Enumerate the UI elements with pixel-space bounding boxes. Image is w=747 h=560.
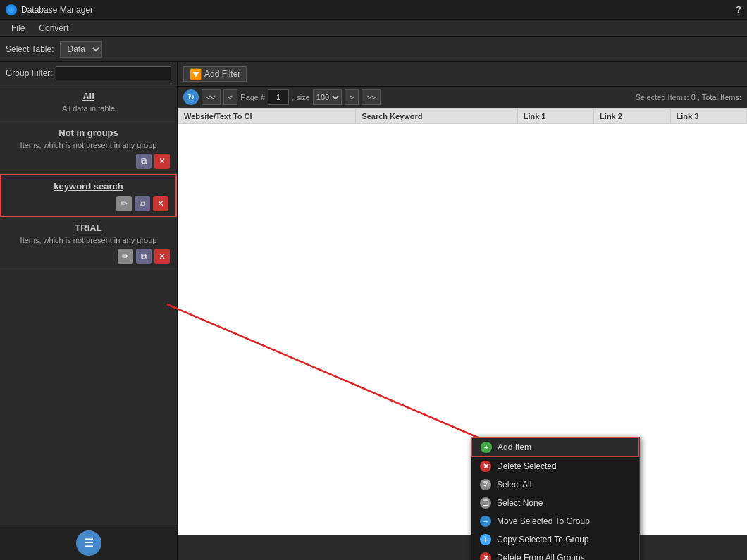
delete-selected-label: Delete Selected <box>497 461 557 471</box>
select-all-label: Select All <box>497 480 531 490</box>
group-title-keyword-search: keyword search <box>8 181 168 192</box>
group-item-trial[interactable]: TRIAL Items, which is not present in any… <box>0 217 177 269</box>
context-menu-copy-selected[interactable]: + Copy Selected To Group <box>471 530 639 549</box>
add-group-button[interactable]: ☰ <box>76 530 101 556</box>
group-copy-btn[interactable]: ⧉ <box>136 154 152 169</box>
context-menu-move-selected[interactable]: → Move Selected To Group <box>471 512 639 530</box>
delete-from-groups-label: Delete From All Groups <box>497 553 585 560</box>
group-edit-btn-keyword[interactable]: ✏ <box>116 196 132 211</box>
col-website[interactable]: Website/Text To Cl <box>178 109 356 124</box>
left-panel: Group Filter: All All data in table Not … <box>0 62 178 560</box>
move-selected-label: Move Selected To Group <box>497 516 590 526</box>
page-label: Page # <box>240 93 265 101</box>
add-item-label: Add Item <box>498 442 531 452</box>
col-search-keyword[interactable]: Search Keyword <box>356 109 517 124</box>
copy-selected-icon: + <box>480 534 491 545</box>
group-actions-not-in-groups: ⧉ ✕ <box>7 154 170 169</box>
group-desc-all: All data in table <box>7 104 170 113</box>
group-title-not-in-groups: Not in groups <box>7 127 170 138</box>
last-page-button[interactable]: >> <box>362 89 381 105</box>
select-none-icon: ☐ <box>480 497 491 509</box>
group-actions-trial: ✏ ⧉ ✕ <box>7 249 170 264</box>
first-page-button[interactable]: << <box>202 89 221 105</box>
total-label: Total Items: <box>702 93 741 101</box>
context-menu-delete-from-groups[interactable]: ✕ Delete From All Groups <box>471 549 639 560</box>
group-desc-not-in-groups: Items, which is not present in any group <box>7 141 170 149</box>
selected-items-label: Selected Items: <box>636 93 689 101</box>
group-list: All All data in table Not in groups Item… <box>0 85 177 525</box>
size-label: , size <box>292 93 310 101</box>
add-filter-button[interactable]: 🔽 Add Filter <box>183 66 247 82</box>
next-page-button[interactable]: > <box>345 89 359 105</box>
table-selector[interactable]: Data <box>60 41 102 58</box>
context-menu-select-all[interactable]: ☑ Select All <box>471 475 639 494</box>
bottom-bar <box>178 535 747 560</box>
group-copy-btn-trial[interactable]: ⧉ <box>136 249 152 264</box>
left-bottom-bar: ☰ <box>0 525 177 560</box>
group-actions-keyword-search: ✏ ⧉ ✕ <box>8 196 168 211</box>
group-title-trial: TRIAL <box>7 223 170 233</box>
menu-bar: File Convert <box>0 20 747 37</box>
menu-convert[interactable]: Convert <box>32 22 75 35</box>
copy-selected-label: Copy Selected To Group <box>497 535 589 545</box>
col-link2[interactable]: Link 2 <box>594 109 670 124</box>
group-filter-input[interactable] <box>56 66 171 80</box>
group-delete-btn-trial[interactable]: ✕ <box>154 249 170 264</box>
col-link1[interactable]: Link 1 <box>517 109 593 124</box>
page-number-input[interactable] <box>268 89 289 105</box>
prev-page-button[interactable]: < <box>223 89 237 105</box>
right-panel: 🔽 Add Filter ↻ << < Page # , size 10 25 … <box>178 62 747 560</box>
group-filter-bar: Group Filter: <box>0 62 177 85</box>
select-none-label: Select None <box>497 498 543 508</box>
group-filter-label: Group Filter: <box>6 68 53 78</box>
pagination-bar: ↻ << < Page # , size 10 25 50 100 250 > … <box>178 87 747 108</box>
filter-bar: 🔽 Add Filter <box>178 62 747 87</box>
menu-file[interactable]: File <box>4 22 32 35</box>
selected-count: 0 <box>691 93 696 101</box>
context-menu-add-item[interactable]: + Add Item <box>471 437 639 457</box>
table-area[interactable]: Website/Text To Cl Search Keyword Link 1… <box>178 108 747 535</box>
selected-info: Selected Items: 0 , Total Items: <box>636 93 741 101</box>
group-delete-btn-keyword[interactable]: ✕ <box>153 196 168 211</box>
select-all-icon: ☑ <box>480 479 491 490</box>
toolbar: Select Table: Data <box>0 37 747 62</box>
group-copy-btn-keyword[interactable]: ⧉ <box>135 196 150 211</box>
title-bar: Database Manager ? <box>0 0 747 20</box>
add-item-icon: + <box>481 442 492 453</box>
context-menu-select-none[interactable]: ☐ Select None <box>471 494 639 512</box>
data-table: Website/Text To Cl Search Keyword Link 1… <box>178 108 747 124</box>
group-item-keyword-search[interactable]: keyword search ✏ ⧉ ✕ <box>0 174 177 217</box>
group-item-all[interactable]: All All data in table <box>0 85 177 122</box>
delete-selected-icon: ✕ <box>480 461 491 472</box>
col-link3[interactable]: Link 3 <box>670 109 746 124</box>
filter-icon: 🔽 <box>190 68 202 80</box>
group-delete-btn[interactable]: ✕ <box>154 154 170 169</box>
delete-from-groups-icon: ✕ <box>480 552 491 560</box>
context-menu-delete-selected[interactable]: ✕ Delete Selected <box>471 457 639 475</box>
help-button[interactable]: ? <box>736 4 741 15</box>
select-table-label: Select Table: <box>6 44 54 54</box>
group-title-all: All <box>7 91 170 101</box>
add-filter-label: Add Filter <box>204 69 240 79</box>
group-desc-trial: Items, which is not present in any group <box>7 236 170 244</box>
context-menu: + Add Item ✕ Delete Selected ☑ Select Al… <box>471 437 640 560</box>
group-edit-btn-trial[interactable]: ✏ <box>118 249 133 264</box>
app-icon <box>6 4 17 15</box>
refresh-button[interactable]: ↻ <box>183 89 199 105</box>
group-item-not-in-groups[interactable]: Not in groups Items, which is not presen… <box>0 122 177 174</box>
app-title: Database Manager <box>21 5 93 15</box>
table-header-row: Website/Text To Cl Search Keyword Link 1… <box>178 109 747 124</box>
page-size-select[interactable]: 10 25 50 100 250 <box>313 89 342 105</box>
move-selected-icon: → <box>480 516 491 527</box>
